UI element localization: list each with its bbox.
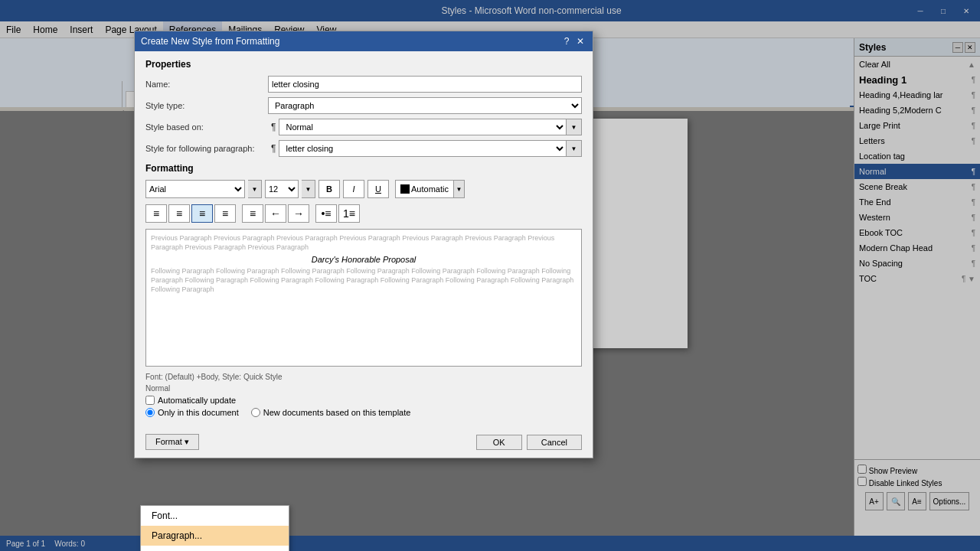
font-size-select[interactable]: 12 [265, 180, 299, 198]
style-based-row: Style based on: ¶ Normal ▼ [145, 119, 582, 135]
name-input[interactable] [268, 76, 582, 93]
dialog-close-button[interactable]: ✕ [574, 35, 586, 47]
format-btn-container: Format ▾ [145, 434, 199, 450]
options-text2: Normal [145, 384, 170, 393]
format-dropdown-menu: Font... Paragraph... Tabs... Border... L… [140, 505, 289, 551]
name-row: Name: [145, 76, 582, 93]
font-row: Arial ▼ 12 ▼ B I U Automatic ▼ [145, 180, 582, 198]
color-arrow[interactable]: ▼ [454, 180, 465, 198]
dialog-title: Create New Style from Formatting [141, 36, 279, 47]
format-menu-tabs[interactable]: Tabs... [141, 546, 289, 551]
style-type-row: Style type: Paragraph [145, 97, 582, 114]
list-number-button[interactable]: 1≡ [338, 204, 360, 223]
bold-button[interactable]: B [318, 180, 340, 198]
dialog-footer: Format ▾ OK Cancel [135, 429, 593, 458]
new-docs-label: New documents based on this template [251, 408, 411, 417]
ok-cancel-buttons: OK Cancel [476, 435, 582, 450]
style-follow-select[interactable]: letter closing [279, 140, 567, 157]
formatting-title: Formatting [145, 163, 582, 174]
auto-update-checkbox[interactable] [145, 396, 155, 405]
font-size-arrow[interactable]: ▼ [302, 180, 315, 198]
style-follow-row: Style for following paragraph: ¶ letter … [145, 140, 582, 157]
style-based-arrow[interactable]: ▼ [567, 119, 582, 135]
style-follow-arrow[interactable]: ▼ [567, 140, 582, 157]
font-name-select[interactable]: Arial [145, 180, 245, 198]
align-row: ≡ ≡ ≡ ≡ ≡ ← → •≡ 1≡ [145, 204, 582, 223]
doc-scope-row: Only in this document New documents base… [145, 408, 582, 417]
dialog-controls: ? ✕ [560, 35, 586, 47]
create-style-dialog: Create New Style from Formatting ? ✕ Pro… [134, 31, 593, 458]
ok-button[interactable]: OK [476, 435, 522, 450]
options-row2: Normal [145, 384, 582, 393]
underline-button[interactable]: U [368, 180, 389, 198]
new-docs-radio[interactable] [251, 408, 260, 417]
style-follow-label: Style for following paragraph: [145, 144, 268, 153]
preview-previous-text: Previous Paragraph Previous Paragraph Pr… [151, 234, 577, 252]
align-justify-button[interactable]: ≡ [214, 204, 236, 223]
dialog-help-button[interactable]: ? [560, 35, 573, 47]
style-follow-icon: ¶ [268, 143, 279, 154]
options-text1: Font: (Default) +Body, Style: Quick Styl… [145, 373, 283, 381]
color-indicator [400, 184, 410, 194]
style-based-label: Style based on: [145, 122, 268, 132]
style-based-icon: ¶ [268, 122, 279, 132]
align-center-button[interactable]: ≡ [168, 204, 190, 223]
auto-update-row: Automatically update [145, 396, 582, 405]
preview-follow-text: Following Paragraph Following Paragraph … [151, 267, 577, 294]
style-based-select[interactable]: Normal [279, 119, 567, 135]
italic-button[interactable]: I [343, 180, 364, 198]
indent-increase-button[interactable]: → [288, 204, 309, 223]
cancel-button[interactable]: Cancel [527, 435, 582, 450]
dialog-body: Properties Name: Style type: Paragraph S… [135, 51, 593, 429]
font-color-button[interactable]: Automatic [395, 180, 454, 198]
properties-title: Properties [145, 59, 582, 70]
preview-area: Previous Paragraph Previous Paragraph Pr… [145, 229, 582, 367]
auto-update-label: Automatically update [158, 396, 236, 405]
format-button[interactable]: Format ▾ [145, 434, 199, 450]
font-name-arrow[interactable]: ▼ [248, 180, 262, 198]
format-menu-font[interactable]: Font... [141, 506, 289, 526]
dialog-titlebar: Create New Style from Formatting ? ✕ [135, 31, 593, 51]
indent-decrease-button[interactable]: ← [265, 204, 286, 223]
style-type-label: Style type: [145, 101, 268, 110]
preview-sample-text: Darcy's Honorable Proposal [151, 252, 577, 267]
line-spacing-button[interactable]: ≡ [242, 204, 263, 223]
align-left-button[interactable]: ≡ [145, 204, 167, 223]
color-label: Automatic [411, 184, 449, 194]
options-row: Font: (Default) +Body, Style: Quick Styl… [145, 373, 582, 381]
list-bullet-button[interactable]: •≡ [315, 204, 337, 223]
style-type-select[interactable]: Paragraph [268, 97, 582, 114]
align-right-button[interactable]: ≡ [191, 204, 213, 223]
name-label: Name: [145, 80, 268, 89]
only-this-doc-radio[interactable] [145, 408, 155, 417]
format-menu-paragraph[interactable]: Paragraph... [141, 526, 289, 546]
only-this-doc-label: Only in this document [145, 408, 239, 417]
